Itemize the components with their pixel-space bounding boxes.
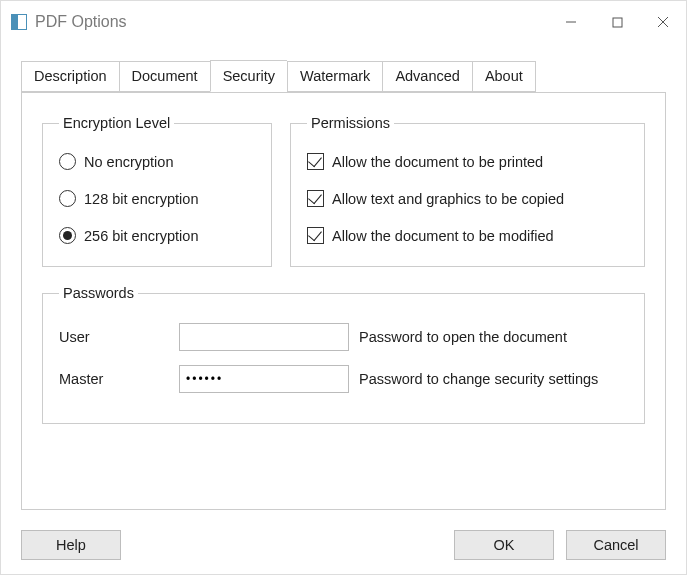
app-icon [11,14,27,30]
cancel-button[interactable]: Cancel [566,530,666,560]
checkbox-icon [307,153,324,170]
security-tab-body: Encryption Level No encryption 128 bit e… [21,92,666,510]
help-button[interactable]: Help [21,530,121,560]
maximize-button[interactable] [594,1,640,43]
permissions-group: Permissions Allow the document to be pri… [290,115,645,267]
user-password-row: User Password to open the document [59,323,628,351]
encryption-group: Encryption Level No encryption 128 bit e… [42,115,272,267]
user-password-label: User [59,329,179,345]
tab-about[interactable]: About [472,61,536,92]
radio-icon [59,190,76,207]
radio-icon [59,153,76,170]
passwords-legend: Passwords [59,285,138,301]
dialog-footer: Help OK Cancel [21,530,666,560]
window-title: PDF Options [35,13,548,31]
master-password-input[interactable] [179,365,349,393]
radio-icon [59,227,76,244]
checkbox-icon [307,227,324,244]
radio-no-encryption[interactable]: No encryption [59,153,255,170]
tab-watermark[interactable]: Watermark [287,61,382,92]
checkbox-label: Allow text and graphics to be copied [332,191,564,207]
radio-label: 256 bit encryption [84,228,198,244]
check-allow-print[interactable]: Allow the document to be printed [307,153,628,170]
ok-button[interactable]: OK [454,530,554,560]
radio-128-bit[interactable]: 128 bit encryption [59,190,255,207]
passwords-group: Passwords User Password to open the docu… [42,285,645,424]
tab-description[interactable]: Description [21,61,119,92]
checkbox-label: Allow the document to be modified [332,228,554,244]
tab-strip: Description Document Security Watermark … [21,61,666,92]
window-controls [548,1,686,43]
master-password-desc: Password to change security settings [359,371,628,387]
minimize-button[interactable] [548,1,594,43]
master-password-label: Master [59,371,179,387]
checkbox-label: Allow the document to be printed [332,154,543,170]
user-password-desc: Password to open the document [359,329,628,345]
radio-label: 128 bit encryption [84,191,198,207]
check-allow-modify[interactable]: Allow the document to be modified [307,227,628,244]
master-password-row: Master Password to change security setti… [59,365,628,393]
radio-label: No encryption [84,154,173,170]
check-allow-copy[interactable]: Allow text and graphics to be copied [307,190,628,207]
tab-security[interactable]: Security [210,60,287,92]
close-button[interactable] [640,1,686,43]
tab-advanced[interactable]: Advanced [382,61,472,92]
dialog-content: Description Document Security Watermark … [1,43,686,574]
svg-rect-1 [613,18,622,27]
checkbox-icon [307,190,324,207]
title-bar: PDF Options [1,1,686,43]
encryption-legend: Encryption Level [59,115,174,131]
permissions-legend: Permissions [307,115,394,131]
tab-document[interactable]: Document [119,61,210,92]
radio-256-bit[interactable]: 256 bit encryption [59,227,255,244]
user-password-input[interactable] [179,323,349,351]
